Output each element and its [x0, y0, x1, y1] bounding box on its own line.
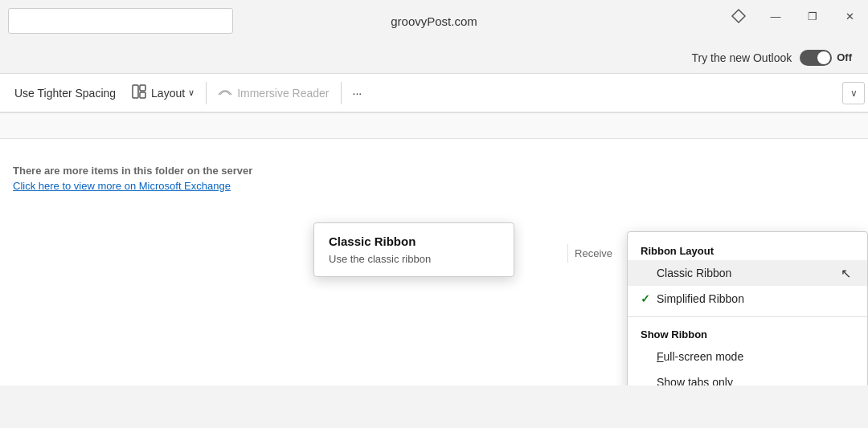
full-screen-label: Full-screen mode [657, 350, 854, 363]
svg-marker-0 [732, 10, 745, 22]
tooltip-description: Use the classic ribbon [329, 253, 499, 265]
cursor-icon: ↖ [841, 266, 851, 281]
classic-ribbon-check [641, 267, 657, 279]
tooltip-title: Classic Ribbon [329, 234, 499, 248]
toolbar: Use Tighter Spacing Layout ∨ Immersive R… [0, 74, 868, 112]
app-title: groovyPost.com [391, 14, 477, 28]
folder-notification: There are more items in this folder on t… [0, 155, 868, 196]
more-label: ··· [353, 87, 362, 100]
window-controls: — ❐ ✕ [720, 0, 868, 32]
simplified-ribbon-option[interactable]: ✓ Simplified Ribbon [628, 286, 867, 312]
main-content: Receive There are more items in this fol… [0, 112, 868, 385]
full-screen-mode-option[interactable]: Full-screen mode [628, 344, 867, 369]
simplified-ribbon-label: Simplified Ribbon [657, 292, 854, 305]
new-outlook-label: Try the new Outlook [691, 51, 792, 64]
layout-button[interactable]: Layout ∨ [124, 79, 203, 107]
email-header-row [0, 113, 868, 139]
classic-ribbon-label: Classic Ribbon [657, 267, 854, 279]
toolbar-divider [206, 82, 207, 104]
receive-column-label: Receive [567, 244, 619, 263]
new-outlook-bar: Try the new Outlook Off [0, 42, 868, 74]
search-area [8, 8, 233, 34]
svg-rect-3 [140, 92, 145, 98]
ribbon-layout-header: Ribbon Layout [628, 238, 867, 260]
collapse-icon: ∨ [850, 88, 858, 99]
toolbar-divider-2 [341, 82, 342, 104]
layout-chevron-icon: ∨ [188, 88, 194, 98]
toggle-state-label: Off [837, 51, 852, 63]
diamond-icon [720, 0, 757, 32]
dropdown-divider [628, 316, 867, 317]
more-button[interactable]: ··· [345, 82, 371, 104]
immersive-reader-icon [218, 84, 232, 102]
show-ribbon-header: Show Ribbon [628, 322, 867, 344]
full-screen-check [641, 350, 657, 363]
simplified-ribbon-check: ✓ [641, 292, 657, 305]
outlook-toggle[interactable] [800, 50, 832, 66]
use-tighter-spacing-button[interactable]: Use Tighter Spacing [6, 82, 124, 104]
layout-icon [132, 84, 146, 102]
immersive-reader-label: Immersive Reader [237, 87, 329, 100]
show-tabs-check [641, 376, 657, 385]
immersive-reader-button[interactable]: Immersive Reader [210, 79, 337, 107]
spacing-label: Use Tighter Spacing [14, 87, 116, 100]
folder-message: There are more items in this folder on t… [13, 165, 855, 177]
show-tabs-only-option[interactable]: Show tabs only [628, 369, 867, 385]
search-box[interactable] [8, 8, 233, 34]
svg-rect-1 [133, 85, 138, 98]
show-tabs-label: Show tabs only [657, 376, 854, 385]
minimize-button[interactable]: — [757, 0, 794, 32]
view-more-link[interactable]: Click here to view more on Microsoft Exc… [13, 180, 231, 192]
ribbon-layout-dropdown: Ribbon Layout Classic Ribbon ↖ ✓ Simplif… [627, 231, 868, 385]
toggle-knob [817, 51, 830, 64]
collapse-ribbon-button[interactable]: ∨ [842, 82, 865, 104]
classic-ribbon-option[interactable]: Classic Ribbon ↖ [628, 260, 867, 286]
maximize-button[interactable]: ❐ [794, 0, 831, 32]
svg-rect-2 [140, 85, 145, 91]
title-bar: groovyPost.com — ❐ ✕ [0, 0, 868, 42]
close-button[interactable]: ✕ [831, 0, 868, 32]
classic-ribbon-tooltip: Classic Ribbon Use the classic ribbon [313, 222, 514, 277]
outlook-toggle-container[interactable]: Off [800, 50, 852, 66]
layout-label: Layout [151, 87, 185, 100]
